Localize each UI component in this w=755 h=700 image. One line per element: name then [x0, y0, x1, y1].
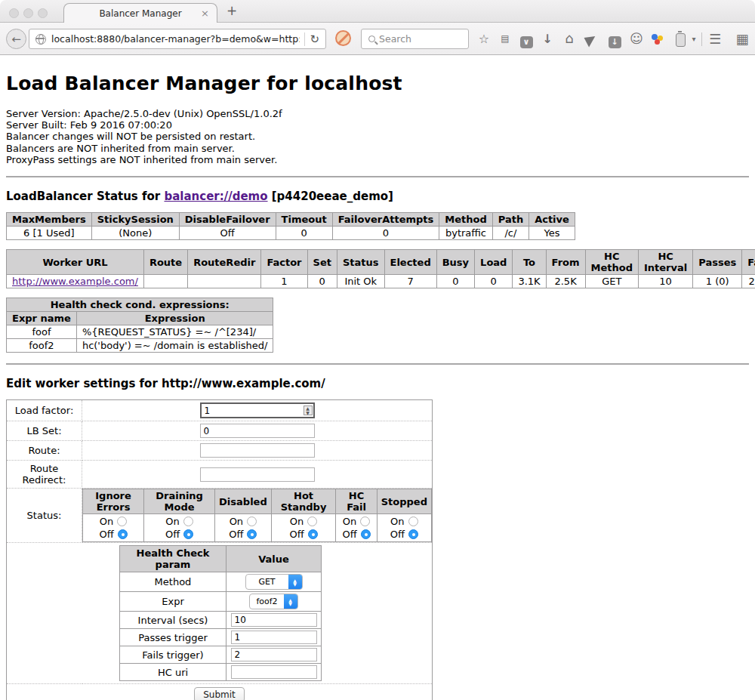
status-radio-on-stopped[interactable] [408, 517, 418, 526]
home-icon[interactable]: ⌂ [561, 30, 578, 46]
status-radio-on-ignore-errors[interactable] [117, 517, 127, 526]
column-header: Route [143, 250, 187, 275]
save-to-device-icon[interactable]: ↓ [606, 33, 623, 48]
status-option-cell: OnOff [83, 514, 144, 542]
status-radio-off-hc-fail[interactable] [361, 529, 371, 539]
column-header: Busy [436, 250, 474, 275]
route-redirect-label: Route Redirect: [7, 461, 82, 489]
pocket-icon[interactable]: ∨ [518, 33, 535, 48]
send-tab-icon[interactable] [584, 33, 599, 48]
passes-row: Passes trigger [120, 629, 322, 646]
hc-uri-cell [226, 664, 322, 681]
route-row: Route: [7, 441, 433, 461]
lb-set-label: LB Set: [7, 421, 82, 441]
content-blocker-icon[interactable] [335, 30, 351, 46]
table-cell [188, 275, 261, 288]
route-redirect-input[interactable] [200, 467, 315, 482]
column-header: Expr name [7, 312, 77, 325]
fails-label: Fails trigger) [120, 646, 226, 664]
table-row: 6 [1 Used](None)Off00bytraffic/c/Yes [7, 227, 575, 240]
back-button[interactable]: ← [6, 29, 26, 49]
health-check-row: Health Check param Value Method GET ▲▼ [7, 543, 433, 684]
column-header: From [546, 250, 585, 275]
bookmark-star-icon[interactable]: ☆ [476, 32, 492, 46]
table-cell: 0 [332, 227, 439, 240]
box-down-icon: ↓ [609, 36, 621, 48]
spinner-down-icon[interactable]: ▼ [306, 410, 310, 415]
submit-button[interactable]: Submit [194, 687, 245, 700]
feedback-smiley-icon[interactable]: ☺ [628, 31, 645, 46]
grid-extension-icon[interactable]: ▦ [734, 31, 750, 47]
passes-input[interactable] [231, 631, 317, 644]
table-cell: 10 [638, 275, 692, 288]
downloads-icon[interactable]: ↓ [539, 32, 556, 46]
menu-hamburger-icon[interactable]: ☰ [707, 31, 723, 47]
table-cell: foof [7, 325, 77, 339]
health-check-expressions-table: Health check cond. expressions:Expr name… [6, 298, 273, 353]
window-minimize-button[interactable] [23, 8, 33, 18]
status-radio-off-ignore-errors[interactable] [118, 529, 128, 539]
column-header: Set [307, 250, 337, 275]
status-radio-off-disabled[interactable] [247, 529, 257, 539]
table-cell: %{REQUEST_STATUS} =~ /^[234]/ [76, 325, 273, 339]
column-header: Elected [384, 250, 436, 275]
site-identity-globe-icon[interactable] [35, 34, 46, 45]
status-radio-row: OnOffOnOffOnOffOnOffOnOffOnOff [83, 514, 432, 542]
new-tab-button[interactable]: + [226, 3, 237, 18]
dot-red [655, 39, 660, 45]
status-radio-on-hot-standby[interactable] [307, 517, 317, 526]
expr-select[interactable]: foof2 ▲▼ [249, 594, 297, 609]
fails-input[interactable] [231, 648, 317, 661]
lb-set-input[interactable] [200, 424, 315, 438]
column-header: Expression [76, 312, 273, 325]
radio-label: Off [289, 529, 304, 540]
status-radio-on-disabled[interactable] [247, 517, 257, 526]
status-radio-off-hot-standby[interactable] [308, 529, 318, 539]
column-header: Hot Standby [271, 489, 336, 514]
tab-close-icon[interactable]: × [201, 8, 209, 19]
window-zoom-button[interactable] [38, 8, 48, 18]
back-icon: ← [11, 32, 21, 46]
interval-label: Interval (secs) [120, 612, 226, 629]
window-close-button[interactable] [9, 8, 19, 18]
table-row: foof%{REQUEST_STATUS} =~ /^[234]/ [7, 325, 273, 339]
extension-dropdown-caret-icon[interactable]: ▾ [686, 35, 702, 43]
load-factor-input[interactable] [200, 402, 315, 418]
navigation-toolbar: ← localhost:8880/balancer-manager?b=demo… [0, 23, 755, 55]
status-radio-on-draining-mode[interactable] [183, 517, 193, 526]
colorful-extension-icon[interactable] [652, 34, 664, 45]
radio-label: On [230, 516, 243, 527]
column-header: FailoverAttempts [332, 213, 439, 227]
status-radio-on-hc-fail[interactable] [360, 517, 370, 526]
divider [6, 363, 749, 365]
expr-row: Expr foof2 ▲▼ [120, 592, 322, 612]
interval-cell [226, 612, 322, 629]
interval-input[interactable] [231, 613, 317, 627]
load-factor-row: Load factor: ▲▼ [7, 400, 433, 421]
column-header: Draining Mode [144, 489, 215, 514]
hc-uri-input[interactable] [231, 665, 317, 679]
balancer-status-table: MaxMembersStickySessionDisableFailoverTi… [6, 212, 575, 240]
table-cell: bytraffic [439, 227, 492, 240]
status-radio-off-draining-mode[interactable] [183, 529, 193, 539]
tab-balancer-manager[interactable]: Balancer Manager × [63, 3, 217, 23]
column-header: Active [529, 213, 575, 227]
url-bar[interactable]: localhost:8880/balancer-manager?b=demo&w… [29, 29, 326, 49]
method-select[interactable]: GET ▲▼ [245, 574, 303, 590]
health-check-param-table: Health Check param Value Method GET ▲▼ [119, 545, 322, 681]
search-field[interactable]: Search [361, 29, 469, 49]
column-header: DisableFailover [179, 213, 276, 227]
worker-link[interactable]: http://www.example.com/ [12, 276, 138, 287]
clipboard-extension-icon[interactable] [676, 33, 686, 47]
table-cell: 6 [1 Used] [7, 227, 92, 240]
route-input[interactable] [200, 443, 315, 458]
reading-list-icon[interactable]: ▤ [497, 33, 513, 44]
status-radio-off-stopped[interactable] [408, 529, 418, 539]
reload-icon[interactable]: ↻ [310, 32, 319, 46]
number-spinner[interactable]: ▲▼ [304, 406, 313, 415]
column-header: HC Interval [638, 250, 692, 275]
url-text[interactable]: localhost:8880/balancer-manager?b=demo&w… [51, 33, 300, 45]
status-option-cell: OnOff [271, 514, 336, 542]
balancer-link[interactable]: balancer://demo [164, 190, 267, 203]
hc-header-row: Health Check param Value [120, 546, 322, 572]
